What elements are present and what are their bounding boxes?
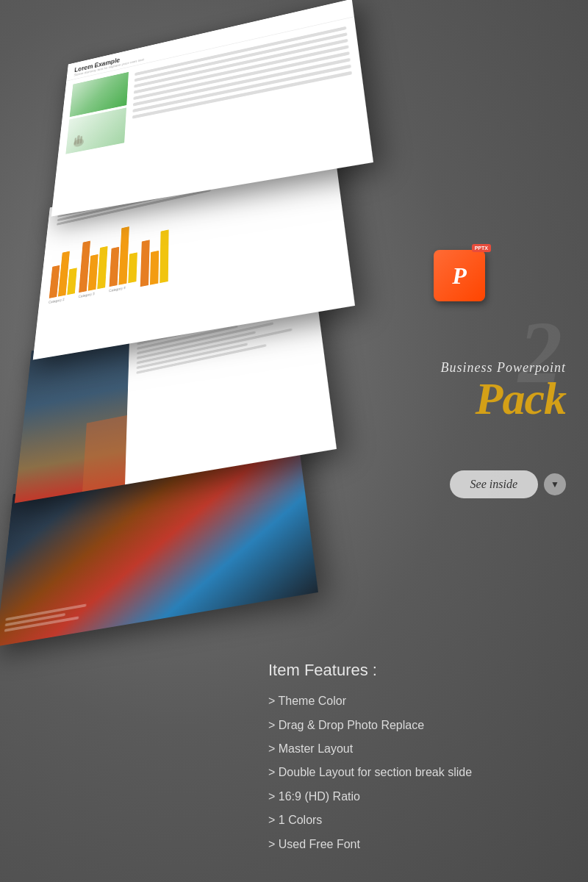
feature-item-7: > Used Free Font [268,836,573,853]
feature-item-4: > Double Layout for section break slide [268,764,573,781]
chart-label-1: Category 2 [49,297,65,304]
slide-3-photo [15,329,130,503]
feature-item-1: > Theme Color [268,693,573,709]
slide-4-text [4,603,86,634]
see-inside-button[interactable]: See inside [450,470,538,498]
chart-bar-group-2: Category 3 [78,237,108,298]
chart-bar-group-1: Category 2 [49,249,79,304]
feature-item-5: > 16:9 (HD) Ratio [268,789,573,805]
button-row: See inside ▼ [450,470,566,498]
dropdown-arrow-button[interactable]: ▼ [544,473,566,495]
chart-bar-group-3: Category 4 [109,224,138,293]
chart-label-3: Category 4 [109,286,126,293]
ppt-letter: P [452,262,467,290]
features-heading: Item Features : [268,661,573,680]
chart-label-2: Category 3 [78,292,94,299]
hand-icon [68,128,89,151]
ppt-icon: PPTX P [434,250,485,301]
chart-bar-group-4 [140,229,169,287]
feature-item-6: > 1 Colors [268,812,573,828]
feature-item-3: > Master Layout [268,741,573,757]
ppt-icon-container: PPTX P [434,250,485,301]
title-section: Business Powerpoint Pack [441,360,567,421]
features-section: Item Features : > Theme Color > Drag & D… [268,661,573,860]
ppt-badge: PPTX [472,244,491,252]
product-title: Pack [441,376,567,421]
slide-1-images [65,72,129,154]
feature-item-2: > Drag & Drop Photo Replace [268,717,573,734]
